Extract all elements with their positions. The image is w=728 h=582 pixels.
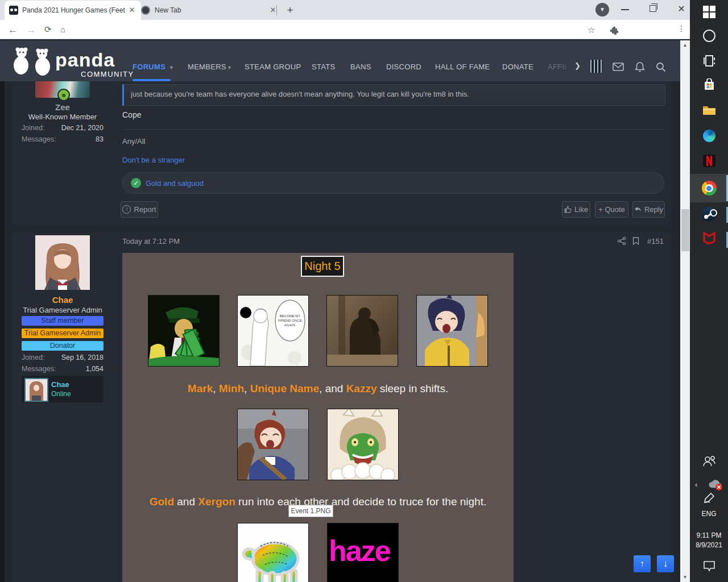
extensions-icon[interactable] xyxy=(610,26,619,35)
scrollbar-up-icon[interactable]: ▲ xyxy=(680,43,690,48)
netflix-icon[interactable] xyxy=(690,155,728,167)
nav-discord[interactable]: DISCORD xyxy=(386,63,421,71)
quote-button[interactable]: + Quote xyxy=(595,201,628,218)
avatar-minh: BECOME MY FRIEND ONCE AGAIN. xyxy=(237,295,309,367)
like-button[interactable]: Like xyxy=(562,201,590,218)
user-avatar-thumbnail[interactable] xyxy=(590,60,602,73)
nav-stats[interactable]: STATS xyxy=(312,63,335,71)
bell-icon[interactable] xyxy=(635,61,645,72)
cortana-icon[interactable] xyxy=(690,30,728,42)
signature-divider xyxy=(122,129,663,130)
forward-icon[interactable]: → xyxy=(26,24,36,36)
menu-dots-icon[interactable]: ⋮ xyxy=(677,24,685,33)
reply-button[interactable]: Reply xyxy=(632,201,665,218)
scrollbar[interactable]: ▲ ▼ xyxy=(680,40,690,582)
reload-icon[interactable]: ⟳ xyxy=(44,24,52,35)
new-tab-favicon-icon xyxy=(141,6,150,15)
maximize-button[interactable] xyxy=(650,5,656,12)
quote-text: just because you're team has everyone al… xyxy=(131,90,658,98)
tab-title: New Tab xyxy=(155,6,268,14)
nav-steam-group[interactable]: STEAM GROUP xyxy=(245,63,301,71)
back-icon[interactable]: ← xyxy=(8,24,18,36)
mail-icon[interactable] xyxy=(613,63,624,71)
reactions-users[interactable]: Gold and salguod xyxy=(146,179,204,188)
action-center-icon[interactable] xyxy=(690,559,728,572)
post1-body: Cope xyxy=(122,110,141,119)
post-number[interactable]: #151 xyxy=(647,237,664,246)
avatar-xergon xyxy=(327,409,399,480)
clock-time[interactable]: 9:11 PM xyxy=(690,531,728,539)
windows-ink-icon[interactable] xyxy=(690,492,728,504)
scrollbar-thumb[interactable] xyxy=(681,209,689,251)
close-button[interactable]: ✕ xyxy=(676,3,687,15)
post2-author-name[interactable]: Chae xyxy=(11,295,114,305)
people-icon[interactable] xyxy=(690,455,728,467)
nav-members[interactable]: MEMBERS xyxy=(188,63,226,71)
hunger-games-image[interactable]: Night 5 xyxy=(122,253,514,582)
mini-card-name[interactable]: Chae xyxy=(51,380,69,389)
scroll-bottom-button[interactable]: ↓ xyxy=(657,555,674,572)
post2-author-title: Trial Gameserver Admin xyxy=(11,306,114,314)
bookmark-icon[interactable] xyxy=(632,237,639,245)
task-view-icon[interactable] xyxy=(690,55,728,67)
messages-value: 1,054 xyxy=(47,365,104,373)
post1-author-name[interactable]: Zee xyxy=(11,102,114,112)
joined-value: Sep 16, 2018 xyxy=(47,354,104,361)
nav-forums[interactable]: FORUMS xyxy=(133,63,166,71)
page-edge xyxy=(0,81,5,582)
share-icon[interactable] xyxy=(618,237,626,245)
bookmark-star-icon[interactable]: ☆ xyxy=(588,25,595,35)
active-tab-underline xyxy=(133,79,171,81)
mini-card-status: Online xyxy=(51,390,71,398)
signature-link[interactable]: Don't be a stranger xyxy=(122,156,185,164)
file-explorer-icon[interactable] xyxy=(690,105,728,116)
post-timestamp[interactable]: Today at 7:12 PM xyxy=(122,237,180,246)
language-indicator[interactable]: ENG xyxy=(690,510,728,518)
home-icon[interactable]: ⌂ xyxy=(60,24,65,34)
steam-icon[interactable] xyxy=(690,207,728,222)
browser-toolbar: ← → ⟳ ⌂ panda-community.com/threads/pand… xyxy=(0,20,690,39)
mcafee-icon[interactable] xyxy=(690,232,728,246)
start-button[interactable] xyxy=(690,6,728,18)
user-mini-card[interactable]: Chae Online xyxy=(22,376,104,402)
chrome-icon[interactable] xyxy=(690,181,728,196)
tab-new-tab[interactable]: New Tab ✕ xyxy=(136,1,282,20)
quote-block[interactable]: just because you're team has everyone al… xyxy=(122,84,665,106)
nav-hall-of-fame[interactable]: HALL OF FAME xyxy=(435,63,490,71)
store-icon[interactable] xyxy=(690,78,728,91)
hidden-icons-chevron[interactable]: ‹ xyxy=(695,480,697,489)
search-icon[interactable] xyxy=(656,62,666,72)
user-avatar[interactable] xyxy=(35,235,90,290)
scroll-top-button[interactable]: ↑ xyxy=(634,555,651,572)
scrollbar-down-icon[interactable]: ▼ xyxy=(680,575,690,580)
tab-title: Panda 2021 Hunger Games (Feet xyxy=(22,6,127,14)
chevron-down-icon[interactable]: ▼ xyxy=(169,65,174,70)
onedrive-error-icon[interactable] xyxy=(708,479,723,491)
screen: Panda 2021 Hunger Games (Feet ✕ New Tab … xyxy=(0,0,728,582)
nav-scroll-right-icon[interactable]: ❯ xyxy=(574,61,581,70)
sim-line-1: Mark, Minh, Unique Name, and Kazzy sleep… xyxy=(122,383,514,395)
edge-icon[interactable] xyxy=(690,130,728,142)
windows-taskbar: ‹ ENG 9:11 PM 8/9/2021 xyxy=(690,0,728,582)
nav-donate[interactable]: DONATE xyxy=(502,63,533,71)
signature-line1: Any/All xyxy=(122,137,145,146)
tab-search-icon[interactable]: ▼ xyxy=(595,3,609,16)
badge-staff-member: Staff member xyxy=(22,316,104,326)
minimize-button[interactable] xyxy=(621,9,629,10)
joined-value: Dec 21, 2020 xyxy=(47,124,104,132)
new-tab-button[interactable]: + xyxy=(283,3,297,17)
nav-bans[interactable]: BANS xyxy=(350,63,371,71)
tab-close-icon[interactable]: ✕ xyxy=(127,6,136,15)
tab-divider xyxy=(276,5,277,15)
svg-text:AGAIN.: AGAIN. xyxy=(284,323,296,327)
like-icon xyxy=(564,206,572,213)
clock-date[interactable]: 8/9/2021 xyxy=(690,541,728,549)
tab-active[interactable]: Panda 2021 Hunger Games (Feet ✕ xyxy=(5,1,141,20)
reactions-bar[interactable]: ✓ Gold and salguod xyxy=(122,172,664,194)
avatar-mark xyxy=(148,295,220,367)
report-button[interactable]: ! Report xyxy=(121,201,158,218)
chevron-down-icon[interactable]: ▼ xyxy=(227,65,232,70)
logo-wordmark[interactable]: panda xyxy=(55,49,115,71)
night-label: Night 5 xyxy=(301,256,344,277)
avatar-unique-name xyxy=(326,295,398,367)
